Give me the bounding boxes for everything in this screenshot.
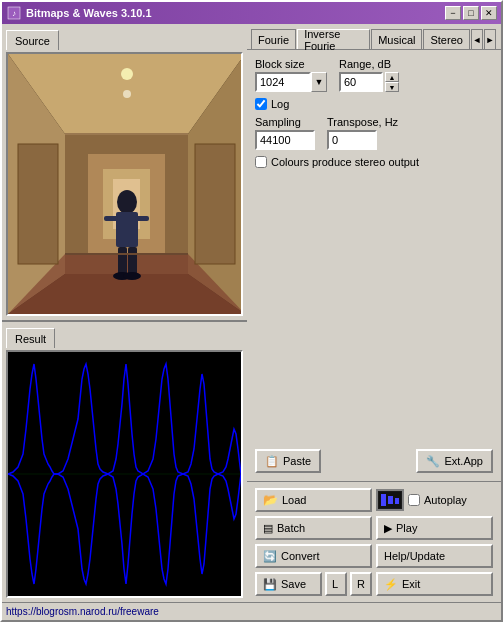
bottom-button-area: 📂 Load Autoplay [247, 481, 501, 602]
range-spinner: ▲ ▼ [385, 72, 399, 92]
svg-point-22 [121, 68, 133, 80]
sampling-group: Sampling [255, 116, 315, 150]
transpose-group: Transpose, Hz [327, 116, 398, 150]
load-button[interactable]: 📂 Load [255, 488, 372, 512]
block-size-dropdown-btn[interactable]: ▼ [311, 72, 327, 92]
block-size-group: Block size ▼ [255, 58, 327, 92]
exit-icon: ⚡ [384, 578, 398, 591]
svg-rect-31 [395, 498, 399, 504]
help-button[interactable]: Help/Update [376, 544, 493, 568]
colours-row: Colours produce stereo output [255, 156, 493, 168]
extapp-button[interactable]: 🔧 Ext.App [416, 449, 493, 473]
block-size-input[interactable] [255, 72, 311, 92]
maximize-button[interactable]: □ [463, 6, 479, 20]
svg-rect-29 [381, 494, 386, 506]
tab-nav-prev[interactable]: ◄ [471, 29, 483, 49]
r-button[interactable]: R [350, 572, 372, 596]
log-label: Log [271, 98, 289, 110]
play-button[interactable]: ▶ Play [376, 516, 493, 540]
status-bar: https://blogrosm.narod.ru/freeware [2, 602, 501, 620]
autoplay-checkbox[interactable] [408, 494, 420, 506]
paste-extapp-row: 📋 Paste 🔧 Ext.App [255, 449, 493, 473]
svg-text:♪: ♪ [12, 9, 16, 18]
tab-musical[interactable]: Musical [371, 29, 422, 49]
svg-rect-15 [116, 212, 138, 247]
batch-button[interactable]: ▤ Batch [255, 516, 372, 540]
save-button[interactable]: 💾 Save [255, 572, 322, 596]
svg-rect-12 [18, 144, 58, 264]
titlebar: ♪ Bitmaps & Waves 3.10.1 − □ ✕ [2, 2, 501, 24]
range-label: Range, dB [339, 58, 399, 70]
colours-checkbox[interactable] [255, 156, 267, 168]
convert-button[interactable]: 🔄 Convert [255, 544, 372, 568]
load-icon: 📂 [263, 493, 278, 507]
autoplay-container: Autoplay [376, 488, 493, 512]
svg-point-23 [123, 90, 131, 98]
tab-inverse-fourie[interactable]: Inverse Fourie [297, 29, 370, 49]
sampling-transpose-row: Sampling Transpose, Hz [255, 116, 493, 150]
tab-nav-next[interactable]: ► [484, 29, 496, 49]
app-icon: ♪ [6, 5, 22, 21]
svg-rect-13 [195, 144, 235, 264]
range-input[interactable] [339, 72, 383, 92]
range-up-btn[interactable]: ▲ [385, 72, 399, 82]
tab-result[interactable]: Result [6, 328, 55, 348]
waveform-panel [6, 350, 243, 598]
svg-rect-17 [135, 216, 149, 221]
extapp-icon: 🔧 [426, 455, 440, 468]
block-range-row: Block size ▼ Range, dB ▲ ▼ [255, 58, 493, 92]
main-window: ♪ Bitmaps & Waves 3.10.1 − □ ✕ Source [0, 0, 503, 622]
minimize-button[interactable]: − [445, 6, 461, 20]
svg-rect-30 [388, 496, 393, 504]
play-icon: ▶ [384, 522, 392, 535]
close-button[interactable]: ✕ [481, 6, 497, 20]
paste-button[interactable]: 📋 Paste [255, 449, 321, 473]
heg-icon [376, 489, 404, 511]
block-size-dropdown-wrap: ▼ [255, 72, 327, 92]
transpose-input[interactable] [327, 130, 377, 150]
window-controls: − □ ✕ [445, 6, 497, 20]
svg-point-14 [117, 190, 137, 214]
svg-point-21 [123, 272, 141, 280]
sampling-input[interactable] [255, 130, 315, 150]
tab-stereo[interactable]: Stereo [423, 29, 469, 49]
log-checkbox[interactable] [255, 98, 267, 110]
convert-icon: 🔄 [263, 550, 277, 563]
status-text: https://blogrosm.narod.ru/freeware [6, 606, 159, 617]
main-content: Source [2, 24, 501, 602]
l-button[interactable]: L [325, 572, 347, 596]
tab-fourie[interactable]: Fourie [251, 29, 296, 49]
svg-rect-16 [104, 216, 118, 221]
waveform-svg [8, 352, 241, 596]
heg-svg [379, 492, 401, 508]
log-row: Log [255, 98, 493, 110]
paste-icon: 📋 [265, 455, 279, 468]
tab-source[interactable]: Source [6, 30, 59, 50]
right-panel: Fourie Inverse Fourie Musical Stereo ◄ ► [247, 24, 501, 602]
right-tab-strip: Fourie Inverse Fourie Musical Stereo ◄ ► [247, 24, 501, 50]
result-section: Result [2, 322, 247, 602]
colours-label: Colours produce stereo output [271, 156, 419, 168]
range-group: Range, dB ▲ ▼ [339, 58, 399, 92]
autoplay-label: Autoplay [424, 494, 467, 506]
window-title: Bitmaps & Waves 3.10.1 [26, 7, 445, 19]
block-size-label: Block size [255, 58, 327, 70]
source-image [8, 54, 243, 314]
range-down-btn[interactable]: ▼ [385, 82, 399, 92]
batch-icon: ▤ [263, 522, 273, 535]
exit-button[interactable]: ⚡ Exit [376, 572, 493, 596]
source-tab-strip: Source [2, 24, 247, 50]
result-tab-strip: Result [2, 322, 247, 348]
save-row: 💾 Save L R [255, 572, 372, 596]
right-panel-content: Block size ▼ Range, dB ▲ ▼ [247, 50, 501, 481]
source-image-panel [6, 52, 243, 316]
save-icon: 💾 [263, 578, 277, 591]
sampling-label: Sampling [255, 116, 315, 128]
left-panel: Source [2, 24, 247, 602]
transpose-label: Transpose, Hz [327, 116, 398, 128]
